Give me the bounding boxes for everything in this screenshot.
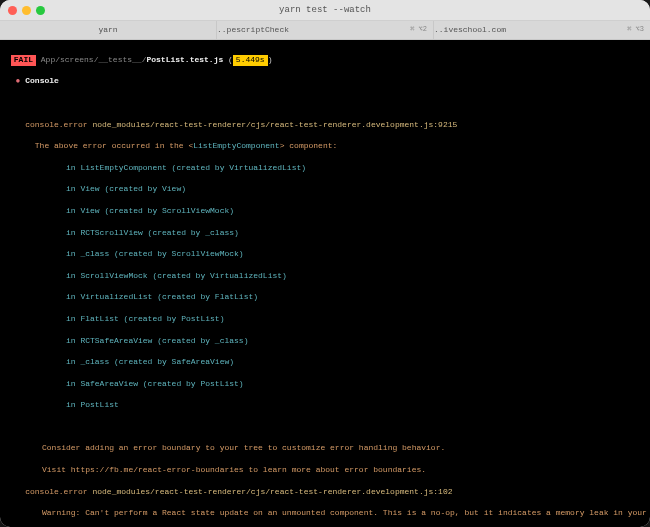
titlebar: yarn test --watch: [0, 0, 650, 21]
test-duration-badge: 5.449s: [233, 55, 268, 66]
terminal-window: yarn test --watch yarn ..pescriptCheck ⌘…: [0, 0, 650, 527]
console-label: Console: [25, 76, 59, 85]
stack-line: in RCTScrollView (created by _class): [6, 228, 644, 239]
window-title: yarn test --watch: [0, 4, 650, 16]
tabbar: yarn ..pescriptCheck ⌘ ⌥2 ..iveschool.co…: [0, 21, 650, 40]
tab-pescriptcheck[interactable]: ..pescriptCheck ⌘ ⌥2: [217, 21, 434, 39]
tab-kbd: ⌘ ⌥3: [627, 25, 650, 34]
stack-line: in SafeAreaView (created by PostList): [6, 379, 644, 390]
error-hint: Consider adding an error boundary to you…: [6, 443, 644, 454]
console-header: ● Console: [6, 76, 644, 87]
fail-file: PostList.test.js: [146, 55, 223, 64]
stack-line: in ScrollViewMock (created by Virtualize…: [6, 271, 644, 282]
tab-kbd-hint: ⌘ ⌥3: [627, 25, 644, 34]
fail-path: App/screens/__tests__/: [36, 55, 146, 64]
stack-line: in FlatList (created by PostList): [6, 314, 644, 325]
stack-line: in View (created by View): [6, 184, 644, 195]
warning-line: Warning: Can't perform a React state upd…: [6, 508, 644, 519]
console-error-file: node_modules/react-test-renderer/cjs/rea…: [92, 120, 457, 129]
stack-line: in _class (created by SafeAreaView): [6, 357, 644, 368]
stack-line: in VirtualizedList (created by FlatList): [6, 292, 644, 303]
stack-line: in View (created by ScrollViewMock): [6, 206, 644, 217]
tab-kbd: ⌘ ⌥2: [410, 25, 433, 34]
console-error-src: console.error node_modules/react-test-re…: [6, 487, 644, 498]
stack-line: in ListEmptyComponent (created by Virtua…: [6, 163, 644, 174]
tab-kbd-hint: ⌘ ⌥2: [410, 25, 427, 34]
tab-label: yarn: [98, 25, 117, 36]
fail-badge: FAIL: [11, 55, 36, 66]
error-context: The above error occurred in the <ListEmp…: [6, 141, 644, 152]
tab-yarn[interactable]: yarn: [0, 21, 217, 39]
error-hint: Visit https://fb.me/react-error-boundari…: [6, 465, 644, 476]
stack-line: in PostList: [6, 400, 644, 411]
stack-line: in _class (created by ScrollViewMock): [6, 249, 644, 260]
tab-label: ..iveschool.com: [434, 25, 506, 36]
console-error-label: console.error: [25, 120, 87, 129]
fail-line: FAIL App/screens/__tests__/PostList.test…: [6, 55, 644, 66]
console-error-src: console.error node_modules/react-test-re…: [6, 120, 644, 131]
terminal-output[interactable]: FAIL App/screens/__tests__/PostList.test…: [0, 40, 650, 527]
stack-line: in RCTSafeAreaView (created by _class): [6, 336, 644, 347]
tab-iveschool[interactable]: ..iveschool.com ⌘ ⌥3: [434, 21, 650, 39]
tab-label: ..pescriptCheck: [217, 25, 289, 36]
